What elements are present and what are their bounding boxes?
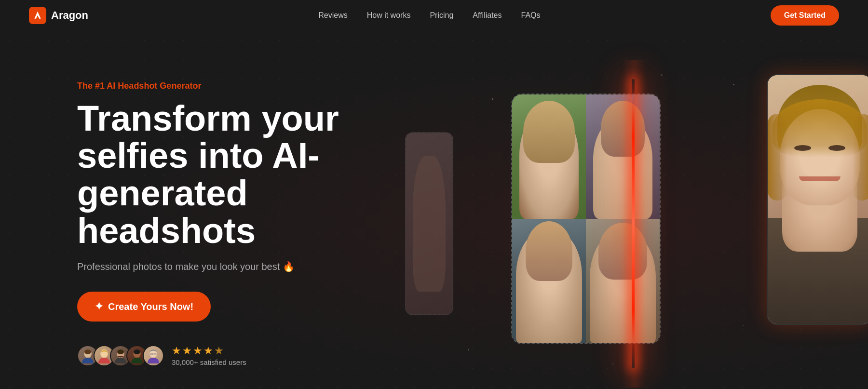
- dot-5: [468, 349, 469, 350]
- hero-visuals: [395, 60, 839, 388]
- nav-how-it-works[interactable]: How it works: [367, 11, 411, 20]
- star-3: ★: [193, 345, 203, 357]
- avatar: [143, 345, 164, 366]
- ai-headshot-result: [767, 74, 868, 325]
- get-started-button[interactable]: Get Started: [771, 5, 839, 26]
- nav-pricing[interactable]: Pricing: [430, 11, 453, 20]
- star-2: ★: [182, 345, 192, 357]
- cta-label: Create Yours Now!: [108, 301, 193, 312]
- hero-subtitle: Professional photos to make you look you…: [77, 261, 357, 272]
- cta-button[interactable]: ✦ Create Yours Now!: [77, 292, 211, 322]
- hero-tag: The #1 AI Headshot Generator: [77, 81, 357, 91]
- nav-links: Reviews How it works Pricing Affiliates …: [318, 11, 540, 20]
- logo-area: Aragon: [29, 7, 88, 24]
- selfie-photo-1: [512, 94, 586, 219]
- star-rating: ★ ★ ★ ★ ★: [172, 345, 246, 357]
- dot-3: [733, 84, 734, 85]
- dot-8: [612, 363, 613, 364]
- hero-title: Transform your selfies into AI-generated…: [77, 100, 357, 250]
- dot-1: [492, 98, 493, 100]
- logo-icon: [29, 7, 46, 24]
- hero-content: The #1 AI Headshot Generator Transform y…: [77, 81, 357, 367]
- star-5: ★: [214, 345, 224, 357]
- phone-partial-left: [405, 132, 453, 315]
- nav-reviews[interactable]: Reviews: [318, 11, 347, 20]
- star-4: ★: [203, 345, 213, 357]
- avatar-group: [77, 345, 164, 366]
- dot-7: [661, 74, 663, 76]
- satisfied-count: 30,000+ satisfied users: [172, 358, 246, 366]
- laser-line: [632, 79, 635, 368]
- nav-faqs[interactable]: FAQs: [521, 11, 540, 20]
- svg-point-10: [134, 349, 140, 354]
- nav-affiliates[interactable]: Affiliates: [473, 11, 502, 20]
- hero-section: The #1 AI Headshot Generator Transform y…: [0, 31, 868, 389]
- brand-name: Aragon: [51, 9, 88, 22]
- svg-point-2: [84, 349, 91, 354]
- ai-face-visual: [768, 75, 868, 324]
- navbar: Aragon Reviews How it works Pricing Affi…: [0, 0, 868, 31]
- dot-6: [743, 325, 744, 326]
- rating-block: ★ ★ ★ ★ ★ 30,000+ satisfied users: [172, 345, 246, 366]
- star-1: ★: [172, 345, 181, 357]
- social-proof: ★ ★ ★ ★ ★ 30,000+ satisfied users: [77, 345, 357, 366]
- svg-point-7: [117, 349, 124, 354]
- selfie-photo-3: [512, 219, 586, 343]
- sparkle-icon: ✦: [95, 300, 103, 313]
